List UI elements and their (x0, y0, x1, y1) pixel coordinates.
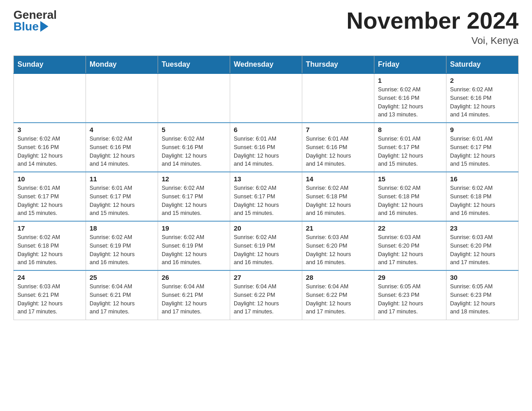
weekday-header-thursday: Thursday (302, 56, 374, 74)
calendar-day-cell (86, 73, 158, 123)
day-number: 6 (234, 126, 298, 133)
calendar-title: November 2024 (347, 9, 519, 32)
day-info: Sunrise: 6:04 AMSunset: 6:22 PMDaylight:… (234, 283, 298, 316)
day-number: 14 (306, 175, 370, 183)
title-section: November 2024 Voi, Kenya (347, 9, 519, 47)
day-number: 29 (378, 274, 442, 281)
day-info: Sunrise: 6:02 AMSunset: 6:19 PMDaylight:… (162, 233, 226, 267)
day-number: 4 (90, 126, 154, 133)
logo-blue-text: Blue (13, 21, 57, 32)
calendar-week-row: 17Sunrise: 6:02 AMSunset: 6:18 PMDayligh… (14, 221, 519, 270)
page-header: General Blue November 2024 Voi, Kenya (13, 9, 519, 47)
day-info: Sunrise: 6:01 AMSunset: 6:17 PMDaylight:… (450, 135, 515, 168)
calendar-day-cell: 23Sunrise: 6:03 AMSunset: 6:20 PMDayligh… (446, 221, 519, 270)
day-number: 18 (90, 224, 154, 232)
day-info: Sunrise: 6:02 AMSunset: 6:17 PMDaylight:… (162, 184, 226, 218)
day-number: 16 (450, 175, 515, 183)
day-info: Sunrise: 6:01 AMSunset: 6:17 PMDaylight:… (90, 184, 154, 218)
day-number: 21 (306, 224, 370, 232)
day-info: Sunrise: 6:02 AMSunset: 6:16 PMDaylight:… (162, 135, 226, 168)
calendar-day-cell: 20Sunrise: 6:02 AMSunset: 6:19 PMDayligh… (230, 221, 302, 270)
calendar-day-cell: 4Sunrise: 6:02 AMSunset: 6:16 PMDaylight… (86, 123, 158, 172)
calendar-day-cell (230, 73, 302, 123)
calendar-week-row: 24Sunrise: 6:03 AMSunset: 6:21 PMDayligh… (14, 270, 519, 320)
day-number: 5 (162, 126, 226, 133)
calendar-day-cell: 12Sunrise: 6:02 AMSunset: 6:17 PMDayligh… (158, 172, 230, 221)
day-info: Sunrise: 6:02 AMSunset: 6:16 PMDaylight:… (90, 135, 154, 168)
calendar-week-row: 10Sunrise: 6:01 AMSunset: 6:17 PMDayligh… (14, 172, 519, 221)
calendar-day-cell: 18Sunrise: 6:02 AMSunset: 6:19 PMDayligh… (86, 221, 158, 270)
calendar-day-cell: 21Sunrise: 6:03 AMSunset: 6:20 PMDayligh… (302, 221, 374, 270)
calendar-day-cell: 16Sunrise: 6:02 AMSunset: 6:18 PMDayligh… (446, 172, 519, 221)
day-number: 24 (17, 274, 82, 281)
day-info: Sunrise: 6:01 AMSunset: 6:17 PMDaylight:… (378, 135, 442, 168)
day-number: 10 (17, 175, 82, 183)
day-number: 22 (378, 224, 442, 232)
weekday-header-tuesday: Tuesday (158, 56, 230, 74)
day-number: 15 (378, 175, 442, 183)
calendar-day-cell: 3Sunrise: 6:02 AMSunset: 6:16 PMDaylight… (14, 123, 86, 172)
calendar-day-cell: 17Sunrise: 6:02 AMSunset: 6:18 PMDayligh… (14, 221, 86, 270)
day-info: Sunrise: 6:02 AMSunset: 6:16 PMDaylight:… (17, 135, 82, 168)
day-number: 13 (234, 175, 298, 183)
day-number: 28 (306, 274, 370, 281)
calendar-week-row: 3Sunrise: 6:02 AMSunset: 6:16 PMDaylight… (14, 123, 519, 172)
calendar-day-cell (14, 73, 86, 123)
location-label: Voi, Kenya (347, 35, 519, 47)
day-info: Sunrise: 6:01 AMSunset: 6:16 PMDaylight:… (234, 135, 298, 168)
day-number: 20 (234, 224, 298, 232)
weekday-header-monday: Monday (86, 56, 158, 74)
day-info: Sunrise: 6:04 AMSunset: 6:22 PMDaylight:… (306, 283, 370, 316)
calendar-day-cell: 6Sunrise: 6:01 AMSunset: 6:16 PMDaylight… (230, 123, 302, 172)
day-number: 12 (162, 175, 226, 183)
day-number: 9 (450, 126, 515, 133)
day-info: Sunrise: 6:05 AMSunset: 6:23 PMDaylight:… (450, 283, 515, 316)
calendar-table: SundayMondayTuesdayWednesdayThursdayFrid… (13, 56, 519, 320)
logo-general-text: General (13, 9, 57, 21)
day-number: 27 (234, 274, 298, 281)
day-number: 17 (17, 224, 82, 232)
calendar-day-cell: 22Sunrise: 6:03 AMSunset: 6:20 PMDayligh… (374, 221, 446, 270)
weekday-header-sunday: Sunday (14, 56, 86, 74)
day-info: Sunrise: 6:02 AMSunset: 6:16 PMDaylight:… (450, 86, 515, 119)
day-number: 25 (90, 274, 154, 281)
day-info: Sunrise: 6:04 AMSunset: 6:21 PMDaylight:… (162, 283, 226, 316)
day-info: Sunrise: 6:02 AMSunset: 6:18 PMDaylight:… (306, 184, 370, 218)
weekday-header-wednesday: Wednesday (230, 56, 302, 74)
calendar-day-cell (302, 73, 374, 123)
day-info: Sunrise: 6:03 AMSunset: 6:21 PMDaylight:… (17, 283, 82, 316)
calendar-day-cell: 11Sunrise: 6:01 AMSunset: 6:17 PMDayligh… (86, 172, 158, 221)
day-number: 19 (162, 224, 226, 232)
calendar-week-row: 1Sunrise: 6:02 AMSunset: 6:16 PMDaylight… (14, 73, 519, 123)
weekday-header-friday: Friday (374, 56, 446, 74)
day-info: Sunrise: 6:03 AMSunset: 6:20 PMDaylight:… (306, 233, 370, 267)
calendar-day-cell: 25Sunrise: 6:04 AMSunset: 6:21 PMDayligh… (86, 270, 158, 320)
day-number: 23 (450, 224, 515, 232)
calendar-day-cell: 8Sunrise: 6:01 AMSunset: 6:17 PMDaylight… (374, 123, 446, 172)
calendar-day-cell: 9Sunrise: 6:01 AMSunset: 6:17 PMDaylight… (446, 123, 519, 172)
day-number: 11 (90, 175, 154, 183)
day-number: 8 (378, 126, 442, 133)
calendar-day-cell: 14Sunrise: 6:02 AMSunset: 6:18 PMDayligh… (302, 172, 374, 221)
calendar-day-cell (158, 73, 230, 123)
calendar-day-cell: 2Sunrise: 6:02 AMSunset: 6:16 PMDaylight… (446, 73, 519, 123)
day-info: Sunrise: 6:03 AMSunset: 6:20 PMDaylight:… (450, 233, 515, 267)
logo-arrow-icon (40, 21, 48, 32)
day-info: Sunrise: 6:02 AMSunset: 6:18 PMDaylight:… (378, 184, 442, 218)
weekday-header-row: SundayMondayTuesdayWednesdayThursdayFrid… (14, 56, 519, 74)
day-info: Sunrise: 6:02 AMSunset: 6:18 PMDaylight:… (17, 233, 82, 267)
day-number: 3 (17, 126, 82, 133)
calendar-day-cell: 1Sunrise: 6:02 AMSunset: 6:16 PMDaylight… (374, 73, 446, 123)
day-info: Sunrise: 6:02 AMSunset: 6:19 PMDaylight:… (90, 233, 154, 267)
calendar-day-cell: 7Sunrise: 6:01 AMSunset: 6:16 PMDaylight… (302, 123, 374, 172)
day-info: Sunrise: 6:02 AMSunset: 6:16 PMDaylight:… (378, 86, 442, 119)
day-info: Sunrise: 6:01 AMSunset: 6:17 PMDaylight:… (17, 184, 82, 218)
day-info: Sunrise: 6:01 AMSunset: 6:16 PMDaylight:… (306, 135, 370, 168)
calendar-day-cell: 26Sunrise: 6:04 AMSunset: 6:21 PMDayligh… (158, 270, 230, 320)
logo: General Blue (13, 9, 57, 32)
day-number: 7 (306, 126, 370, 133)
calendar-day-cell: 30Sunrise: 6:05 AMSunset: 6:23 PMDayligh… (446, 270, 519, 320)
calendar-day-cell: 28Sunrise: 6:04 AMSunset: 6:22 PMDayligh… (302, 270, 374, 320)
day-info: Sunrise: 6:02 AMSunset: 6:19 PMDaylight:… (234, 233, 298, 267)
calendar-day-cell: 15Sunrise: 6:02 AMSunset: 6:18 PMDayligh… (374, 172, 446, 221)
